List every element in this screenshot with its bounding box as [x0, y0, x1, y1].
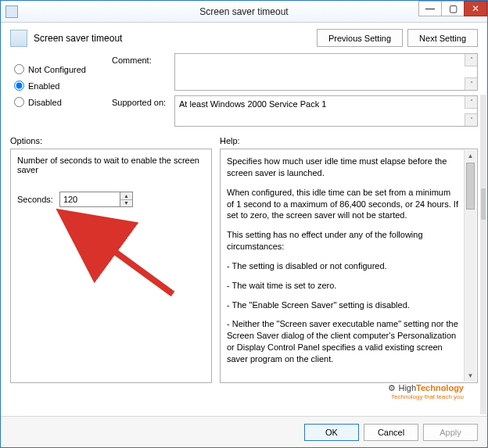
window-scrollbar[interactable]: [480, 95, 486, 414]
state-radio-group: Not Configured Enabled Disabled: [10, 53, 112, 111]
scroll-down-icon[interactable]: ▼: [465, 370, 476, 382]
help-p2: When configured, this idle time can be s…: [227, 187, 460, 222]
options-pane: Number of seconds to wait to enable the …: [10, 149, 212, 383]
options-heading: Options:: [10, 136, 220, 145]
ok-button[interactable]: OK: [304, 424, 359, 441]
system-icon: [5, 5, 18, 18]
supported-scroll[interactable]: ˄˅: [465, 96, 477, 126]
cancel-button[interactable]: Cancel: [364, 424, 418, 441]
help-b2: - The wait time is set to zero.: [227, 280, 460, 292]
scroll-thumb[interactable]: [466, 163, 475, 210]
apply-button[interactable]: Apply: [423, 424, 478, 441]
policy-title: Screen saver timeout: [34, 33, 122, 44]
minimize-button[interactable]: —: [418, 1, 442, 16]
seconds-label: Seconds:: [17, 195, 53, 204]
help-b1: - The setting is disabled or not configu…: [227, 260, 460, 272]
dialog-footer: OK Cancel Apply: [1, 416, 487, 447]
supported-textbox: At least Windows 2000 Service Pack 1 ˄˅: [174, 95, 478, 127]
seconds-input[interactable]: [60, 192, 120, 206]
radio-disabled[interactable]: Disabled: [10, 95, 112, 107]
comment-label: Comment:: [112, 53, 174, 91]
next-setting-button[interactable]: Next Setting: [407, 29, 478, 47]
help-p1: Specifies how much user idle time must e…: [227, 156, 460, 179]
help-p3: This setting has no effect under any of …: [227, 229, 460, 253]
comment-textbox[interactable]: ˄˅: [174, 53, 478, 91]
help-scrollbar[interactable]: ▲ ▼: [464, 150, 476, 382]
window-title: Screen saver timeout: [1, 6, 487, 17]
maximize-button[interactable]: ▢: [441, 1, 465, 16]
seconds-spinner[interactable]: ▲ ▼: [59, 192, 133, 207]
spinner-down-icon[interactable]: ▼: [120, 200, 132, 207]
help-b3: - The "Enable Screen Saver" setting is d…: [227, 299, 460, 311]
supported-label: Supported on:: [112, 95, 174, 127]
radio-not-configured[interactable]: Not Configured: [10, 62, 112, 74]
policy-icon: [10, 30, 27, 47]
radio-enabled[interactable]: Enabled: [10, 78, 112, 91]
title-bar: Screen saver timeout — ▢ ✕: [1, 1, 487, 23]
comment-scroll[interactable]: ˄˅: [465, 54, 477, 90]
watermark: ⚙ HighTechnology Technology that teach y…: [388, 381, 464, 400]
previous-setting-button[interactable]: Previous Setting: [317, 29, 403, 47]
help-b4: - Neither the "Screen saver executable n…: [227, 318, 460, 364]
spinner-up-icon[interactable]: ▲: [120, 192, 132, 200]
scroll-up-icon[interactable]: ▲: [465, 150, 476, 162]
close-button[interactable]: ✕: [464, 1, 487, 16]
help-pane: Specifies how much user idle time must e…: [220, 149, 478, 383]
options-description: Number of seconds to wait to enable the …: [17, 156, 205, 174]
help-heading: Help:: [220, 136, 240, 145]
